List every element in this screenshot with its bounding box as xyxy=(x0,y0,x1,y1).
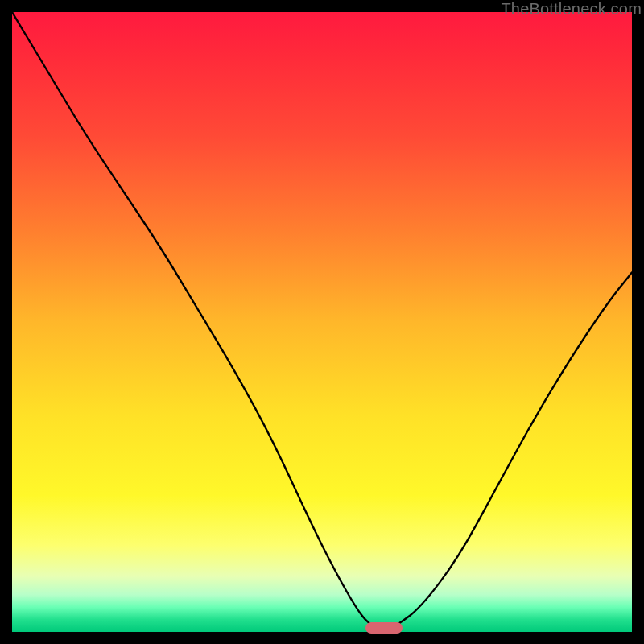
chart-frame: TheBottleneck.com xyxy=(0,0,644,644)
plot-area xyxy=(12,12,632,632)
bottleneck-curve xyxy=(12,12,632,632)
optimal-range-marker xyxy=(365,622,402,634)
watermark-text: TheBottleneck.com xyxy=(501,0,642,19)
